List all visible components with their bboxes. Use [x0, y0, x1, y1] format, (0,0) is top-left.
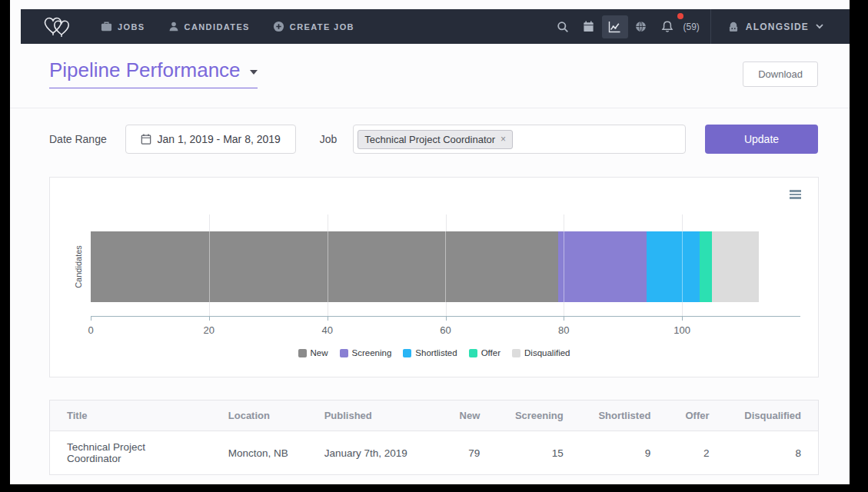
organization-icon — [728, 21, 739, 32]
nav-right-group: (59) ALONGSIDE — [550, 9, 850, 44]
axis-tick — [446, 317, 447, 321]
axis-tick — [564, 317, 564, 321]
chart-icon[interactable] — [602, 15, 628, 38]
date-range-value: Jan 1, 2019 - Mar 8, 2019 — [158, 133, 281, 145]
legend-item-new[interactable]: New — [298, 348, 328, 357]
column-header-screening[interactable]: Screening — [497, 401, 580, 431]
bell-icon[interactable] — [654, 15, 680, 38]
plot-area: 020406080100 — [91, 214, 800, 317]
axis-tick — [209, 317, 210, 321]
filters-bar: Date Range Jan 1, 2019 - Mar 8, 2019 Job… — [49, 125, 818, 154]
notification-count[interactable]: (59) — [683, 22, 700, 32]
table-cell: Technical Project Coordinator — [50, 431, 211, 475]
account-menu[interactable]: ALONGSIDE — [728, 21, 823, 32]
bar-segment-new[interactable] — [91, 231, 558, 302]
briefcase-icon — [101, 21, 112, 32]
legend-item-disqualified[interactable]: Disqualified — [512, 348, 570, 357]
table-cell: Moncton, NB — [211, 431, 308, 475]
nav-divider — [710, 9, 711, 44]
brand-logo[interactable] — [42, 15, 75, 38]
job-label: Job — [320, 133, 338, 145]
chart-legend: NewScreeningShortlistedOfferDisqualified — [50, 348, 818, 357]
legend-item-screening[interactable]: Screening — [340, 348, 392, 357]
x-tick-label: 20 — [204, 324, 215, 336]
column-header-published[interactable]: Published — [308, 401, 442, 431]
x-tick-label: 40 — [321, 324, 332, 336]
x-axis-labels: 020406080100 — [91, 324, 800, 337]
header-divider — [10, 108, 850, 108]
column-header-new[interactable]: New — [441, 401, 497, 431]
column-header-location[interactable]: Location — [211, 401, 308, 431]
bar-gridline — [445, 231, 446, 302]
legend-swatch — [298, 349, 307, 357]
nav-link-candidates[interactable]: CANDIDATES — [168, 21, 250, 32]
nav-link-label: JOBS — [118, 22, 145, 32]
search-icon[interactable] — [550, 15, 576, 38]
table-cell: January 7th, 2019 — [308, 431, 442, 475]
page-header: Pipeline Performance Download — [49, 58, 818, 97]
table-cell: 8 — [727, 431, 818, 475]
legend-label: Screening — [352, 348, 392, 357]
results-table-card: TitleLocationPublishedNewScreeningShortl… — [49, 400, 819, 475]
calendar-icon — [141, 134, 151, 145]
bar-segment-shortlisted[interactable] — [647, 231, 700, 302]
calendar-icon[interactable] — [576, 15, 602, 38]
bar-segment-disqualified[interactable] — [712, 231, 760, 302]
nav-links: JOBS CANDIDATES CREATE JOB — [101, 21, 354, 32]
update-button[interactable]: Update — [705, 125, 818, 154]
table-cell: 79 — [441, 431, 497, 475]
notification-dot — [677, 13, 683, 19]
column-header-disqualified[interactable]: Disqualified — [727, 401, 818, 431]
bar-gridline — [564, 231, 564, 302]
bar-gridline — [328, 231, 328, 302]
nav-link-label: CANDIDATES — [185, 22, 250, 32]
hearts-logo-icon — [42, 15, 75, 38]
column-header-title[interactable]: Title — [50, 401, 211, 431]
x-tick-label: 100 — [673, 324, 690, 336]
job-tag-label: Technical Project Coordinator — [364, 134, 495, 145]
legend-item-offer[interactable]: Offer — [469, 348, 501, 357]
caret-down-icon — [250, 70, 258, 75]
bar-segment-screening[interactable] — [558, 231, 647, 302]
date-range-label: Date Range — [49, 133, 107, 145]
plus-circle-icon — [273, 21, 284, 32]
chart-card: Candidates 020406080100 NewScreeningShor… — [49, 177, 819, 377]
table-body: Technical Project CoordinatorMoncton, NB… — [50, 431, 818, 475]
globe-icon[interactable] — [628, 15, 654, 38]
bar-gridline — [682, 231, 683, 302]
legend-swatch — [469, 349, 477, 357]
nav-link-label: CREATE JOB — [290, 22, 354, 32]
column-header-offer[interactable]: Offer — [667, 401, 726, 431]
axis-tick — [328, 317, 328, 321]
axis-tick — [91, 317, 91, 321]
report-selector[interactable]: Pipeline Performance — [49, 58, 258, 88]
job-tag: Technical Project Coordinator × — [358, 130, 513, 149]
job-input[interactable]: Technical Project Coordinator × — [353, 125, 686, 154]
column-header-shortlisted[interactable]: Shortlisted — [580, 401, 668, 431]
chart-menu-icon[interactable] — [790, 190, 801, 199]
chevron-down-icon — [816, 24, 823, 29]
legend-label: Offer — [481, 348, 501, 357]
x-tick-label: 60 — [440, 324, 451, 336]
x-tick-label: 0 — [88, 324, 93, 336]
download-button[interactable]: Download — [743, 62, 818, 87]
bar-segment-offer[interactable] — [700, 231, 711, 302]
axis-tick — [682, 317, 683, 321]
date-range-input[interactable]: Jan 1, 2019 - Mar 8, 2019 — [125, 125, 296, 154]
nav-link-create-job[interactable]: CREATE JOB — [273, 21, 354, 32]
y-axis-label: Candidates — [74, 245, 83, 288]
nav-link-jobs[interactable]: JOBS — [101, 21, 145, 32]
table-header-row: TitleLocationPublishedNewScreeningShortl… — [50, 401, 818, 431]
top-navbar: JOBS CANDIDATES CREATE JOB — [21, 9, 850, 44]
remove-tag-icon[interactable]: × — [501, 134, 506, 145]
user-icon — [168, 21, 179, 32]
legend-swatch — [340, 349, 348, 357]
bar-gridline — [209, 231, 210, 302]
table-row[interactable]: Technical Project CoordinatorMoncton, NB… — [50, 431, 818, 475]
page-title: Pipeline Performance — [49, 58, 241, 82]
legend-item-shortlisted[interactable]: Shortlisted — [403, 348, 457, 357]
results-table: TitleLocationPublishedNewScreeningShortl… — [50, 401, 818, 474]
table-cell: 2 — [667, 431, 726, 475]
legend-swatch — [512, 349, 520, 357]
table-cell: 15 — [497, 431, 580, 475]
